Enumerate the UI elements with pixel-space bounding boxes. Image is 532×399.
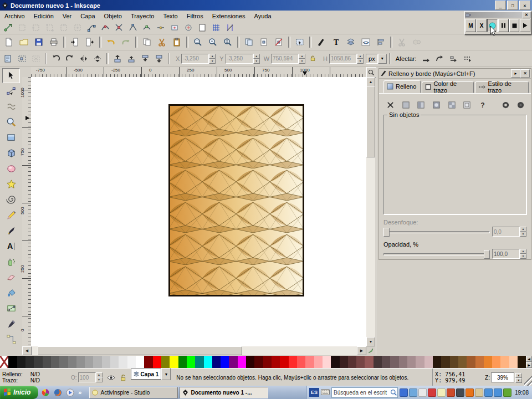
snap-paths-button[interactable] [99,22,112,34]
palette-swatch[interactable] [221,356,229,368]
palette-swatch[interactable] [263,356,272,368]
zoom-control[interactable]: Z: 39% ▲ ▼ [483,369,524,386]
palette-swatch[interactable] [356,356,365,368]
opacity-spinbox[interactable]: 100,0▲▼ [492,249,526,259]
document-open-button[interactable] [17,35,31,49]
y-field[interactable]: -3,250▲▼ [226,54,260,64]
quicklaunch-firefox-icon[interactable] [53,387,63,397]
menu-extensiones[interactable]: Extensiones [208,12,250,21]
dialog-align-button[interactable] [374,35,388,49]
snap-page-border-button[interactable] [196,22,209,34]
layer-selector-arrow-icon[interactable]: ▼ [161,368,171,380]
palette-swatch[interactable] [127,356,136,368]
tray-volume-2-icon[interactable] [494,388,502,397]
connector-tool-button[interactable] [2,332,20,347]
palette-swatch[interactable] [280,356,288,368]
pencil-tool-button[interactable] [2,208,20,223]
affect-stroke-button[interactable] [420,53,433,65]
snap-grid-button[interactable] [209,22,223,34]
menu-objeto[interactable]: Objeto [100,12,126,21]
palette-swatch[interactable] [382,356,390,368]
palette-swatch-none[interactable] [0,356,8,368]
edit-unlink-clone-button[interactable] [272,35,286,49]
minimize-button[interactable]: _ [495,1,506,10]
menu-archivo[interactable]: Archivo [0,12,29,21]
palette-swatch[interactable] [59,356,68,368]
palette-swatch[interactable] [407,356,416,368]
tray-notes-icon[interactable] [437,388,446,397]
edit-select-all-button[interactable] [293,35,307,49]
lower-to-bottom-button[interactable] [152,53,166,65]
rotate-cw-button[interactable] [63,53,76,65]
unknown-paint-button[interactable]: ? [475,98,489,111]
tray-alert-icon[interactable] [447,388,455,397]
vertical-scrollbar-thumb[interactable] [366,86,375,157]
tab-estilo-de-trazo[interactable]: Estilo de trazo [475,81,529,93]
palette-swatch[interactable] [68,356,76,368]
layer-visibility-icon[interactable] [105,369,117,386]
task-activinspire[interactable]: ActivInspire - Studio [89,387,178,398]
document-import-button[interactable] [68,35,82,49]
flip-vertical-button[interactable] [91,53,104,65]
snap-cusp-nodes-button[interactable] [126,22,140,34]
menu-trayecto[interactable]: Trayecto [126,12,158,21]
palette-swatch[interactable] [8,356,17,368]
palette-swatch[interactable] [390,356,398,368]
document-print-button[interactable] [47,35,61,49]
palette-swatch[interactable] [246,356,254,368]
palette-swatch[interactable] [195,356,203,368]
affect-corners-button[interactable] [433,53,447,65]
opacity-indicator-spinbox[interactable]: 100▲▼ [78,372,103,382]
recorder-m-button[interactable]: M [466,19,476,32]
no-paint-button[interactable] [383,98,397,111]
snap-path-intersections-button[interactable] [112,22,126,34]
palette-swatch[interactable] [85,356,93,368]
tab-relleno[interactable]: Relleno [383,80,421,93]
radial-gradient-button[interactable] [429,98,443,111]
calligraphy-tool-button[interactable] [2,223,20,238]
zoom-drawing-button[interactable] [206,35,220,49]
spiral-tool-button[interactable] [2,192,20,207]
edit-paste-button[interactable] [170,35,184,49]
selector-tool-button[interactable] [2,68,20,83]
palette-swatch[interactable] [144,356,152,368]
fill-stroke-indicator[interactable]: Relleno: N/D Trazo: N/D [0,369,69,386]
palette-swatch[interactable] [51,356,59,368]
palette-scroll-left-icon[interactable]: ◀ [526,356,532,362]
palette-swatch[interactable] [475,356,484,368]
palette-swatch[interactable] [441,356,449,368]
menu-filtros[interactable]: Filtros [182,12,208,21]
edit-clone-button[interactable] [257,35,271,49]
palette-scroll-right-icon[interactable]: ▶ [526,362,532,368]
menu-capa[interactable]: Capa [76,12,99,21]
palette-swatch[interactable] [297,356,305,368]
sticky-zoom-button[interactable] [366,67,376,78]
palette-swatch[interactable] [365,356,373,368]
palette-swatch[interactable] [314,356,323,368]
star-tool-button[interactable] [2,177,20,192]
dropper-tool-button[interactable] [2,316,20,331]
dialog-layers-button[interactable] [344,35,358,49]
palette-swatch[interactable] [374,356,382,368]
vertical-scrollbar[interactable]: ▲ ▼ [366,77,375,346]
edit-redo-button[interactable] [119,35,133,49]
opacity-slider[interactable] [383,250,490,258]
tray-volume-1-icon[interactable] [484,388,493,397]
palette-swatch[interactable] [178,356,187,368]
palette-swatch[interactable] [289,356,297,368]
palette-swatch[interactable] [136,356,144,368]
flip-horizontal-button[interactable] [77,53,90,65]
quicklaunch-media-player-icon[interactable] [65,387,75,397]
palette-swatch[interactable] [76,356,85,368]
ellipse-tool-button[interactable] [2,161,20,176]
canvas[interactable] [31,77,366,346]
tray-magnifier-icon[interactable] [418,388,427,397]
select-all-objects-button[interactable] [2,53,15,65]
edit-cut-button[interactable] [155,35,169,49]
palette-swatch[interactable] [305,356,314,368]
snap-rotation-centers-button[interactable] [182,22,195,34]
recorder-title-bar[interactable]: ✕ [465,12,531,18]
linear-gradient-button[interactable] [414,98,428,111]
color-managed-display-button[interactable] [366,346,375,355]
tab-color-de-trazo[interactable]: Color de trazo [422,81,474,93]
